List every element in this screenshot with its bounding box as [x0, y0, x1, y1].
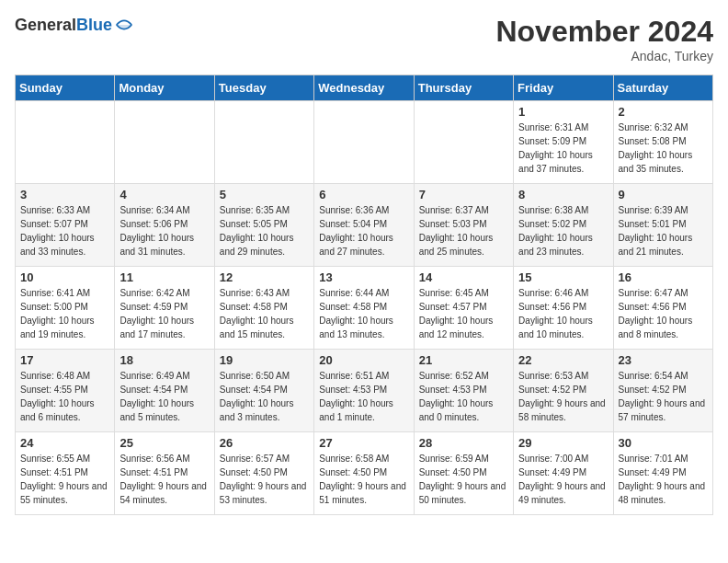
weekday-header-cell: Monday	[115, 75, 214, 101]
calendar-week-row: 3Sunrise: 6:33 AM Sunset: 5:07 PM Daylig…	[16, 184, 713, 267]
day-number: 6	[319, 188, 408, 201]
cell-content: Sunrise: 6:44 AM Sunset: 4:58 PM Dayligh…	[319, 286, 408, 341]
cell-content: Sunrise: 6:51 AM Sunset: 4:53 PM Dayligh…	[319, 369, 408, 424]
cell-content: Sunrise: 6:36 AM Sunset: 5:04 PM Dayligh…	[319, 203, 408, 259]
calendar-cell: 1Sunrise: 6:31 AM Sunset: 5:09 PM Daylig…	[514, 101, 613, 184]
cell-content: Sunrise: 6:53 AM Sunset: 4:52 PM Dayligh…	[518, 369, 608, 424]
cell-content: Sunrise: 6:55 AM Sunset: 4:51 PM Dayligh…	[20, 452, 109, 507]
calendar-cell: 26Sunrise: 6:57 AM Sunset: 4:50 PM Dayli…	[214, 432, 313, 515]
day-number: 9	[619, 188, 708, 201]
cell-content: Sunrise: 6:59 AM Sunset: 4:50 PM Dayligh…	[419, 452, 508, 507]
cell-content: Sunrise: 6:41 AM Sunset: 5:00 PM Dayligh…	[20, 286, 109, 341]
calendar-cell: 7Sunrise: 6:37 AM Sunset: 5:03 PM Daylig…	[414, 184, 513, 267]
logo-general-text: GeneralBlue	[15, 16, 112, 35]
day-number: 3	[20, 188, 109, 201]
day-number: 7	[419, 188, 508, 201]
logo: GeneralBlue	[15, 15, 134, 35]
calendar-cell: 23Sunrise: 6:54 AM Sunset: 4:52 PM Dayli…	[613, 350, 712, 432]
day-number: 12	[220, 270, 309, 284]
cell-content: Sunrise: 6:47 AM Sunset: 4:56 PM Dayligh…	[619, 286, 708, 341]
day-number: 13	[319, 270, 408, 284]
weekday-header-cell: Friday	[514, 75, 613, 101]
cell-content: Sunrise: 6:57 AM Sunset: 4:50 PM Dayligh…	[220, 452, 309, 507]
day-number: 25	[119, 436, 209, 450]
day-number: 23	[619, 353, 708, 367]
day-number: 28	[419, 436, 508, 450]
cell-content: Sunrise: 6:39 AM Sunset: 5:01 PM Dayligh…	[619, 203, 708, 259]
calendar-body: 1Sunrise: 6:31 AM Sunset: 5:09 PM Daylig…	[16, 101, 713, 515]
cell-content: Sunrise: 6:49 AM Sunset: 4:54 PM Dayligh…	[119, 369, 209, 424]
day-number: 27	[319, 436, 408, 450]
cell-content: Sunrise: 6:32 AM Sunset: 5:08 PM Dayligh…	[619, 121, 708, 176]
day-number: 10	[20, 270, 109, 284]
cell-content: Sunrise: 6:45 AM Sunset: 4:57 PM Dayligh…	[419, 286, 508, 341]
calendar-cell: 11Sunrise: 6:42 AM Sunset: 4:59 PM Dayli…	[115, 267, 214, 350]
day-number: 1	[518, 105, 608, 119]
calendar-cell: 18Sunrise: 6:49 AM Sunset: 4:54 PM Dayli…	[115, 350, 214, 432]
weekday-header-cell: Sunday	[16, 75, 115, 101]
weekday-header-cell: Wednesday	[314, 75, 414, 101]
calendar-table: SundayMondayTuesdayWednesdayThursdayFrid…	[15, 75, 713, 515]
calendar-cell	[115, 101, 214, 184]
calendar-cell: 15Sunrise: 6:46 AM Sunset: 4:56 PM Dayli…	[514, 267, 613, 350]
calendar-cell	[414, 101, 513, 184]
calendar-cell: 12Sunrise: 6:43 AM Sunset: 4:58 PM Dayli…	[214, 267, 313, 350]
calendar-cell: 14Sunrise: 6:45 AM Sunset: 4:57 PM Dayli…	[414, 267, 513, 350]
cell-content: Sunrise: 6:31 AM Sunset: 5:09 PM Dayligh…	[518, 121, 608, 176]
calendar-cell: 2Sunrise: 6:32 AM Sunset: 5:08 PM Daylig…	[613, 101, 712, 184]
cell-content: Sunrise: 6:50 AM Sunset: 4:54 PM Dayligh…	[220, 369, 309, 424]
calendar-cell: 17Sunrise: 6:48 AM Sunset: 4:55 PM Dayli…	[16, 350, 115, 432]
calendar-cell	[214, 101, 313, 184]
cell-content: Sunrise: 6:43 AM Sunset: 4:58 PM Dayligh…	[220, 286, 309, 341]
day-number: 19	[220, 353, 309, 367]
cell-content: Sunrise: 6:46 AM Sunset: 4:56 PM Dayligh…	[518, 286, 608, 341]
cell-content: Sunrise: 6:42 AM Sunset: 4:59 PM Dayligh…	[119, 286, 209, 341]
calendar-cell: 10Sunrise: 6:41 AM Sunset: 5:00 PM Dayli…	[16, 267, 115, 350]
cell-content: Sunrise: 6:33 AM Sunset: 5:07 PM Dayligh…	[20, 203, 109, 259]
day-number: 16	[619, 270, 708, 284]
day-number: 2	[619, 105, 708, 119]
calendar-cell: 29Sunrise: 7:00 AM Sunset: 4:49 PM Dayli…	[514, 432, 613, 515]
calendar-cell: 19Sunrise: 6:50 AM Sunset: 4:54 PM Dayli…	[214, 350, 313, 432]
cell-content: Sunrise: 6:58 AM Sunset: 4:50 PM Dayligh…	[319, 452, 408, 507]
cell-content: Sunrise: 6:35 AM Sunset: 5:05 PM Dayligh…	[220, 203, 309, 259]
calendar-cell: 24Sunrise: 6:55 AM Sunset: 4:51 PM Dayli…	[16, 432, 115, 515]
day-number: 15	[518, 270, 608, 284]
location-subtitle: Andac, Turkey	[495, 49, 713, 63]
calendar-week-row: 17Sunrise: 6:48 AM Sunset: 4:55 PM Dayli…	[16, 350, 713, 432]
calendar-cell: 3Sunrise: 6:33 AM Sunset: 5:07 PM Daylig…	[16, 184, 115, 267]
calendar-cell: 6Sunrise: 6:36 AM Sunset: 5:04 PM Daylig…	[314, 184, 414, 267]
day-number: 8	[518, 188, 608, 201]
calendar-cell: 8Sunrise: 6:38 AM Sunset: 5:02 PM Daylig…	[514, 184, 613, 267]
month-title: November 2024	[495, 15, 713, 49]
day-number: 30	[619, 436, 708, 450]
cell-content: Sunrise: 6:38 AM Sunset: 5:02 PM Dayligh…	[518, 203, 608, 259]
weekday-header-cell: Tuesday	[214, 75, 313, 101]
calendar-cell: 20Sunrise: 6:51 AM Sunset: 4:53 PM Dayli…	[314, 350, 414, 432]
cell-content: Sunrise: 6:48 AM Sunset: 4:55 PM Dayligh…	[20, 369, 109, 424]
day-number: 29	[518, 436, 608, 450]
logo-icon	[114, 15, 134, 35]
cell-content: Sunrise: 6:37 AM Sunset: 5:03 PM Dayligh…	[419, 203, 508, 259]
day-number: 18	[119, 353, 209, 367]
cell-content: Sunrise: 6:34 AM Sunset: 5:06 PM Dayligh…	[119, 203, 209, 259]
day-number: 24	[20, 436, 109, 450]
day-number: 11	[119, 270, 209, 284]
calendar-week-row: 1Sunrise: 6:31 AM Sunset: 5:09 PM Daylig…	[16, 101, 713, 184]
day-number: 4	[119, 188, 209, 201]
cell-content: Sunrise: 6:54 AM Sunset: 4:52 PM Dayligh…	[619, 369, 708, 424]
cell-content: Sunrise: 7:01 AM Sunset: 4:49 PM Dayligh…	[619, 452, 708, 507]
weekday-header-cell: Thursday	[414, 75, 513, 101]
day-number: 26	[220, 436, 309, 450]
calendar-week-row: 10Sunrise: 6:41 AM Sunset: 5:00 PM Dayli…	[16, 267, 713, 350]
day-number: 20	[319, 353, 408, 367]
calendar-week-row: 24Sunrise: 6:55 AM Sunset: 4:51 PM Dayli…	[16, 432, 713, 515]
day-number: 17	[20, 353, 109, 367]
title-area: November 2024 Andac, Turkey	[495, 15, 713, 63]
calendar-cell: 4Sunrise: 6:34 AM Sunset: 5:06 PM Daylig…	[115, 184, 214, 267]
calendar-cell: 30Sunrise: 7:01 AM Sunset: 4:49 PM Dayli…	[613, 432, 712, 515]
cell-content: Sunrise: 6:52 AM Sunset: 4:53 PM Dayligh…	[419, 369, 508, 424]
weekday-header-row: SundayMondayTuesdayWednesdayThursdayFrid…	[16, 75, 713, 101]
calendar-cell: 28Sunrise: 6:59 AM Sunset: 4:50 PM Dayli…	[414, 432, 513, 515]
day-number: 21	[419, 353, 508, 367]
